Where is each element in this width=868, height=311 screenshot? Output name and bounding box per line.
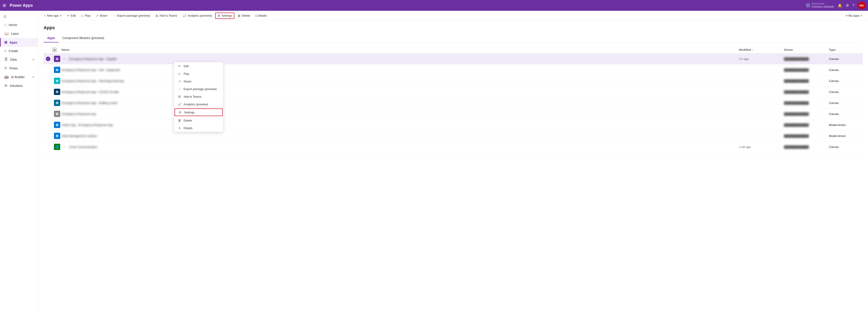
app-icon: ⊞ bbox=[54, 122, 60, 128]
sidebar-label-learn: Learn bbox=[11, 32, 19, 35]
table-row[interactable]: ⊞ Emergency Response App - Self - equipm… bbox=[43, 64, 863, 75]
sidebar-item-data[interactable]: 🗄 Data ∨ bbox=[0, 55, 38, 64]
ctx-play[interactable]: ▷ Play bbox=[174, 70, 223, 77]
row-icon-col: ⊞ bbox=[53, 122, 62, 128]
ctx-add-to-teams[interactable]: ⊞ Add to Teams bbox=[174, 93, 223, 100]
analytics-button[interactable]: 📈 Analytics (preview) bbox=[180, 12, 214, 19]
settings-icon[interactable]: ⚙ bbox=[846, 3, 849, 8]
ctx-settings-label: Settings bbox=[184, 111, 194, 114]
settings-gear-icon: ⚙ bbox=[218, 14, 220, 18]
ctx-details[interactable]: ℹ Details bbox=[174, 124, 223, 132]
col-name[interactable]: Name bbox=[62, 48, 739, 51]
notifications-icon[interactable]: 🔔 bbox=[838, 3, 842, 8]
row-dots-button[interactable]: ··· bbox=[62, 144, 67, 149]
app-title: Power Apps bbox=[10, 3, 33, 8]
share-icon: ↗ bbox=[96, 14, 98, 18]
row-icon-col: ⊞ bbox=[53, 89, 62, 95]
table-row[interactable]: ⊞ Emergency Response App - Staffing need… bbox=[43, 98, 863, 108]
waffle-icon[interactable]: ⊞ bbox=[3, 3, 6, 8]
row-app-name: Emergency Response App - Staffing needs bbox=[62, 101, 119, 105]
table-row[interactable]: ✓ ⊞ ··· Emergency Response App - Supplie… bbox=[43, 54, 863, 64]
row-owner: ████████████ bbox=[784, 79, 829, 83]
row-modified: 1 wk ago bbox=[739, 145, 784, 149]
row-icon-col: 🌐 bbox=[53, 144, 62, 150]
ctx-teams-icon: ⊞ bbox=[178, 95, 181, 98]
edit-button[interactable]: ✏ Edit bbox=[65, 12, 78, 19]
ctx-teams-label: Add to Teams bbox=[184, 95, 201, 98]
row-type: Canvas bbox=[829, 145, 863, 149]
settings-button[interactable]: ⚙ Settings bbox=[215, 12, 235, 19]
ctx-export[interactable]: → Export package (preview) bbox=[174, 85, 223, 93]
sidebar-collapse-button[interactable]: ☰ bbox=[0, 12, 38, 21]
row-owner: ████████████ bbox=[784, 57, 829, 61]
ctx-settings-icon: ⚙ bbox=[178, 110, 182, 114]
sidebar-item-ai-builder[interactable]: 🤖 AI Builder ∨ bbox=[0, 72, 38, 81]
sidebar-item-home[interactable]: ⌂ Home bbox=[0, 21, 38, 29]
share-button[interactable]: ↗ Share bbox=[93, 12, 110, 19]
check-circle-icon: ✓ bbox=[46, 57, 50, 61]
ctx-details-label: Details bbox=[184, 127, 192, 130]
row-name-cell: Emergency Response App - Staffing needs bbox=[62, 101, 739, 105]
app-icon: ⊞ bbox=[54, 111, 60, 117]
row-type: Canvas bbox=[829, 79, 863, 83]
analytics-icon: 📈 bbox=[183, 14, 186, 18]
row-name-cell: ··· Emergency Response App - Supplier bbox=[62, 56, 739, 61]
tab-apps[interactable]: Apps bbox=[43, 34, 59, 42]
export-package-button[interactable]: → Export package (preview) bbox=[111, 12, 152, 19]
col-modified: Modified ↓ bbox=[739, 48, 784, 51]
row-dots-button[interactable]: ··· bbox=[62, 56, 67, 61]
delete-button[interactable]: 🗑 Delete bbox=[235, 12, 253, 19]
sidebar-item-solutions[interactable]: ⚙ Solutions bbox=[0, 81, 38, 90]
row-name-cell: Emergency Response App - Discharge plann… bbox=[62, 79, 739, 83]
row-app-name: Emergency Response App bbox=[62, 112, 98, 116]
tab-component-libraries[interactable]: Component libraries (preview) bbox=[59, 34, 108, 42]
avatar[interactable]: MA bbox=[858, 2, 865, 9]
table-row[interactable]: ⊞ Emergency Response App - COVID-19 data… bbox=[43, 87, 863, 98]
apps-icon: ⊞ bbox=[4, 40, 7, 44]
sidebar-item-apps[interactable]: ⊞ Apps bbox=[0, 38, 38, 47]
help-icon[interactable]: ? bbox=[852, 3, 855, 7]
myapps-icon: ≡ bbox=[846, 14, 847, 17]
row-icon-col: ⊞ bbox=[53, 100, 62, 106]
table-row[interactable]: 🌐 ··· Crisis Communication 1 wk ago ████… bbox=[43, 141, 863, 152]
add-to-teams-button[interactable]: ⊞ Add to Teams bbox=[153, 12, 179, 19]
sidebar-label-ai-builder: AI Builder bbox=[11, 75, 25, 79]
new-app-button[interactable]: + New app ∨ bbox=[42, 12, 64, 19]
col-icon: ⊞ bbox=[53, 48, 62, 51]
data-icon: 🗄 bbox=[4, 58, 8, 62]
env-text: Environment Contoso (default) bbox=[812, 2, 834, 8]
ctx-play-icon: ▷ bbox=[178, 72, 181, 75]
sidebar-item-learn[interactable]: 📖 Learn bbox=[0, 29, 38, 38]
app-icon: ⊞ bbox=[54, 78, 60, 84]
ctx-analytics[interactable]: 📈 Analytics (preview) bbox=[174, 100, 223, 108]
row-icon-col: ⊞ bbox=[53, 78, 62, 84]
table-row[interactable]: ⊞ Emergency Response App ████████████ Ca… bbox=[43, 108, 863, 119]
sidebar-item-create[interactable]: + Create bbox=[0, 47, 38, 55]
ctx-analytics-icon: 📈 bbox=[178, 102, 181, 106]
ctx-analytics-label: Analytics (preview) bbox=[184, 103, 208, 106]
ai-chevron-icon: ∨ bbox=[32, 75, 34, 79]
learn-icon: 📖 bbox=[4, 31, 9, 36]
delete-icon: 🗑 bbox=[238, 14, 241, 18]
ctx-settings[interactable]: ⚙ Settings bbox=[175, 108, 223, 116]
row-app-name: Emergency Response App - Supplier bbox=[69, 57, 119, 61]
row-name-cell: Emergency Response App - Self - equipmen… bbox=[62, 68, 739, 72]
play-button[interactable]: ▷ Play bbox=[79, 12, 93, 19]
row-name-cell: Hotel Management solution bbox=[62, 134, 739, 138]
table-row[interactable]: ⊞ Hotel Management solution ████████████… bbox=[43, 131, 863, 141]
my-apps-button[interactable]: ≡ My apps ∨ bbox=[843, 12, 864, 19]
page-title: Apps bbox=[43, 25, 863, 30]
new-app-icon: + bbox=[44, 14, 46, 18]
table-row[interactable]: ⊞ Emergency Response App - Discharge pla… bbox=[43, 75, 863, 87]
app-icon: ⊞ bbox=[54, 133, 60, 139]
table-row[interactable]: ⊞ Admin App - Emergency Response App ███… bbox=[43, 119, 863, 131]
ctx-share-label: Share bbox=[184, 80, 191, 83]
data-chevron-icon: ∨ bbox=[32, 58, 34, 61]
sidebar-item-flows[interactable]: ↻ Flows bbox=[0, 64, 38, 72]
ctx-share[interactable]: ↗ Share bbox=[174, 77, 223, 85]
ctx-edit[interactable]: ✏ Edit bbox=[174, 62, 223, 70]
ctx-delete-label: Delete bbox=[184, 119, 192, 122]
row-icon-col: ⊞ bbox=[53, 133, 62, 139]
ctx-delete[interactable]: 🗑 Delete bbox=[174, 116, 223, 124]
details-button[interactable]: ℹ Details bbox=[253, 12, 269, 19]
